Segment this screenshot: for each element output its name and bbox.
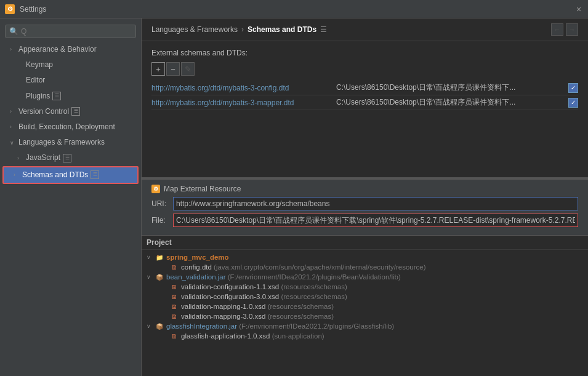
sidebar-item-plugins[interactable]: Plugins ☰ [0, 89, 141, 104]
dtd-row-0[interactable]: http://mybatis.org/dtd/mybatis-3-config.… [151, 81, 578, 95]
jar-icon: 📦 [155, 273, 164, 281]
tree-item-name: validation-mapping-1.0.xsd [181, 303, 265, 310]
section-label: External schemas and DTDs: [151, 49, 578, 57]
xml-icon: 🗎 [170, 302, 179, 311]
breadcrumb: Languages & Frameworks › Schemas and DTD… [151, 25, 327, 34]
app-icon: ⚙ [5, 4, 15, 14]
sidebar-item-editor[interactable]: Editor [0, 73, 141, 88]
xml-icon: 🗎 [170, 282, 179, 291]
xml-icon: 🗎 [170, 312, 179, 321]
dtd-row-1[interactable]: http://mybatis.org/dtd/mybatis-3-mapper.… [151, 95, 578, 110]
dialog-title-text: Map External Resource [164, 185, 241, 193]
sidebar-item-label: JavaScript [26, 152, 60, 164]
tree-item-name: bean_validation.jar [166, 273, 226, 281]
back-button[interactable]: ← [551, 23, 563, 36]
tree-item-spring-mvc-demo[interactable]: ∨ 📁 spring_mvc_demo [142, 252, 588, 262]
dialog-title: ⚙ Map External Resource [151, 185, 578, 193]
dtd-check-0[interactable]: ✓ [568, 83, 578, 93]
tree-item-glassfish-app[interactable]: 🗎 glassfish-application-1.0.xsd (sun-app… [142, 331, 588, 341]
file-form-row: File: [151, 214, 578, 227]
main-container: 🔍 › Appearance & Behavior Keymap Editor … [0, 18, 588, 376]
sidebar: 🔍 › Appearance & Behavior Keymap Editor … [0, 18, 142, 376]
dtd-uri-0: http://mybatis.org/dtd/mybatis-3-config.… [151, 84, 336, 92]
tree-item-bean-validation[interactable]: ∨ 📦 bean_validation.jar (F:/envrionment/… [142, 272, 588, 282]
sidebar-item-appearance[interactable]: › Appearance & Behavior [0, 42, 141, 57]
tree-arrow-icon: ∨ [147, 254, 154, 260]
dtd-file-0: C:\Users\86150\Desktop\日常\百战程序员课件资料下... [336, 82, 563, 93]
tree-item-name: spring_mvc_demo [166, 254, 229, 261]
settings-header: Languages & Frameworks › Schemas and DTD… [142, 18, 588, 41]
sidebar-item-build[interactable]: › Build, Execution, Deployment [0, 119, 141, 135]
sidebar-item-languages[interactable]: ∨ Languages & Frameworks [0, 135, 141, 150]
tree-item-detail: (resources/schemas) [265, 303, 334, 310]
folder-icon: 📁 [155, 253, 164, 262]
breadcrumb-menu-icon: ☰ [320, 25, 327, 34]
tree-item-val-mapping-30[interactable]: 🗎 validation-mapping-3.0.xsd (resources/… [142, 311, 588, 321]
tree-item-detail: (resources/schemas) [279, 283, 347, 290]
tree-item-name: validation-configuration-3.0.xsd [181, 293, 279, 300]
tree-item-name: glassfishIntegration.jar [166, 322, 237, 330]
window-title: Settings [20, 5, 574, 14]
uri-input[interactable] [173, 197, 578, 210]
search-icon: 🔍 [9, 27, 18, 36]
tree-item-detail: (F:/envrionment/IDea2021.2/plugins/Glass… [237, 322, 394, 330]
settings-panel: Languages & Frameworks › Schemas and DTD… [142, 18, 588, 178]
xml-icon: 🗎 [170, 292, 179, 301]
sidebar-item-version-control[interactable]: › Version Control ☰ [0, 104, 141, 119]
tree-item-val-config-11[interactable]: 🗎 validation-configuration-1.1.xsd (reso… [142, 282, 588, 292]
sidebar-item-javascript[interactable]: › JavaScript ☰ [0, 150, 141, 166]
dtd-check-1[interactable]: ✓ [568, 98, 578, 108]
tree-arrow-icon: ∨ [147, 323, 154, 329]
tree-item-detail: (F:/envrionment/IDea2021.2/plugins/BeanV… [226, 273, 401, 281]
xml-icon: 🗎 [170, 263, 179, 271]
arrow-icon: › [14, 170, 20, 179]
forward-button[interactable]: → [566, 23, 578, 36]
breadcrumb-separator: › [241, 25, 244, 34]
remove-button[interactable]: − [166, 62, 180, 76]
arrow-icon: › [10, 107, 16, 116]
version-badge: ☰ [71, 107, 80, 116]
sidebar-item-label: Appearance & Behavior [18, 44, 97, 55]
arrow-icon: › [10, 45, 16, 54]
uri-form-row: URI: [151, 197, 578, 210]
tree-item-name: glassfish-application-1.0.xsd [181, 332, 270, 340]
tree-item-val-config-30[interactable]: 🗎 validation-configuration-3.0.xsd (reso… [142, 292, 588, 302]
settings-body: External schemas and DTDs: + − ✎ http://… [142, 41, 588, 118]
arrow-icon: ∨ [10, 138, 16, 147]
sidebar-item-label: Languages & Frameworks [18, 137, 105, 148]
sidebar-item-keymap[interactable]: Keymap [0, 57, 141, 73]
uri-label: URI: [151, 199, 173, 208]
project-tree: ∨ 📁 spring_mvc_demo 🗎 config.dtd (java.x… [142, 250, 588, 376]
arrow-icon: › [10, 122, 16, 131]
add-button[interactable]: + [151, 62, 165, 76]
tree-item-name: config.dtd [181, 263, 212, 271]
search-input[interactable] [21, 27, 132, 36]
sidebar-item-schemas[interactable]: › Schemas and DTDs ☰ [4, 167, 137, 183]
content-area: Languages & Frameworks › Schemas and DTD… [142, 18, 588, 376]
file-input[interactable] [173, 214, 578, 227]
file-label: File: [151, 216, 173, 225]
map-dialog: ⚙ Map External Resource URI: File: [142, 178, 588, 235]
schemas-badge: ☰ [91, 170, 99, 179]
sidebar-item-label: Keymap [26, 59, 53, 71]
nav-buttons: ← → [551, 23, 578, 36]
tree-arrow-icon: ∨ [147, 274, 154, 280]
close-button[interactable]: × [574, 5, 583, 14]
edit-button[interactable]: ✎ [181, 62, 195, 76]
sidebar-item-label: Editor [26, 74, 45, 86]
sidebar-item-label: Schemas and DTDs [22, 169, 88, 181]
project-panel: Project ∨ 📁 spring_mvc_demo 🗎 config.dtd… [142, 235, 588, 376]
tree-item-detail: (sun-application) [270, 332, 324, 340]
tree-item-glassfish[interactable]: ∨ 📦 glassfishIntegration.jar (F:/envrion… [142, 321, 588, 331]
tree-item-detail: (java.xml.crypto/com/sun/org/apache/xml/… [212, 263, 426, 271]
tree-item-val-mapping-10[interactable]: 🗎 validation-mapping-1.0.xsd (resources/… [142, 302, 588, 311]
search-box[interactable]: 🔍 [5, 25, 136, 38]
xml-icon: 🗎 [170, 332, 179, 340]
title-bar: ⚙ Settings × [0, 0, 588, 18]
dtd-file-1: C:\Users\86150\Desktop\日常\百战程序员课件资料下... [336, 97, 563, 108]
dtd-uri-1: http://mybatis.org/dtd/mybatis-3-mapper.… [151, 98, 336, 107]
sidebar-item-label: Version Control [18, 106, 69, 118]
js-badge: ☰ [63, 154, 71, 162]
tree-item-config-dtd[interactable]: 🗎 config.dtd (java.xml.crypto/com/sun/or… [142, 262, 588, 272]
breadcrumb-part1: Languages & Frameworks [151, 25, 238, 34]
